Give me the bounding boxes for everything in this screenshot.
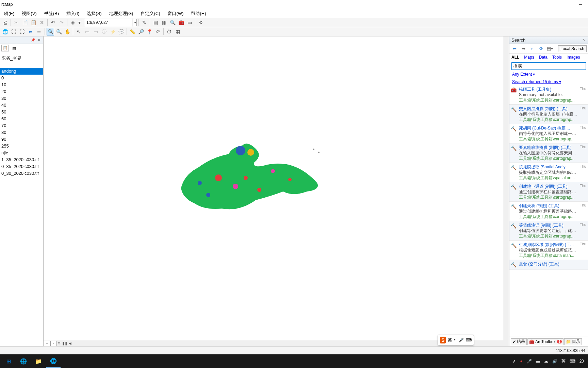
menu-customize[interactable]: 自定义(C): [137, 10, 163, 18]
find-button[interactable]: 🔎: [137, 28, 145, 35]
go-to-xy-button[interactable]: XY: [154, 28, 162, 35]
select-elements-button[interactable]: ↖: [75, 28, 82, 35]
toc-tab-source[interactable]: ▤: [10, 45, 18, 51]
redo-button[interactable]: ↷: [58, 19, 65, 26]
search-tab-data[interactable]: Data: [539, 55, 548, 60]
search-back-button[interactable]: ⬅: [511, 45, 518, 52]
legend-value-0[interactable]: 0: [0, 75, 43, 81]
legend-value-20[interactable]: 20: [0, 88, 43, 95]
search-tab-maps[interactable]: Maps: [524, 55, 534, 60]
prev-extent-button[interactable]: ⬅: [27, 28, 34, 35]
editor-toolbar-button[interactable]: ✎: [141, 19, 148, 26]
search-tab-tools[interactable]: Tools: [552, 55, 562, 60]
tray-clock[interactable]: 20: [579, 359, 584, 364]
tray-battery-icon[interactable]: ▬: [536, 359, 540, 364]
menu-view[interactable]: 视图(V): [18, 10, 40, 18]
search-tab-all[interactable]: ALL: [511, 55, 519, 60]
menu-windows[interactable]: 窗口(W): [164, 10, 187, 18]
create-viewer-button[interactable]: ▦: [174, 28, 181, 35]
print-button[interactable]: 🖨: [1, 19, 9, 26]
any-extent-dropdown[interactable]: Any Extent ▾: [509, 71, 588, 77]
find-route-button[interactable]: 📍: [146, 28, 153, 35]
add-data-button[interactable]: ◈: [69, 19, 77, 26]
python-button[interactable]: ▭: [186, 19, 193, 26]
legend-value-70[interactable]: 70: [0, 122, 43, 129]
refresh-view[interactable]: ⟳: [56, 341, 62, 346]
toc-pin-button[interactable]: 📌: [30, 37, 36, 43]
legend-value-30[interactable]: 30: [0, 95, 43, 102]
scroll-left[interactable]: ◀: [67, 341, 73, 346]
tray-volume-icon[interactable]: 🔊: [552, 359, 557, 364]
toc-tree[interactable]: 东省_省界 andong 0 10 20 30 40 50 60 70 80 9…: [0, 52, 43, 346]
catalog-button[interactable]: ▦: [160, 19, 168, 26]
search-tab-images[interactable]: Images: [567, 55, 580, 60]
ime-lang[interactable]: 英: [448, 337, 452, 343]
fixed-zoom-in-button[interactable]: ⛶: [10, 28, 17, 35]
layer-njie[interactable]: njie: [0, 150, 43, 156]
add-data-dropdown[interactable]: ▾: [78, 19, 81, 26]
search-result-item[interactable]: 🔨交叉图层掩膜 (制图) (工具)在两个符号化输入图层（"掩膜...工具箱\系统…: [509, 105, 588, 124]
search-home-button[interactable]: ⌂: [528, 45, 536, 52]
menu-geoprocessing[interactable]: 地理处理(G): [106, 10, 137, 18]
tray-chevron-icon[interactable]: ∧: [513, 359, 516, 364]
search-results-list[interactable]: 🧰掩膜工具 (工具集)Summary: not available.工具箱\系统…: [509, 85, 588, 337]
legend-value-80[interactable]: 80: [0, 129, 43, 136]
legend-value-90[interactable]: 90: [0, 136, 43, 143]
taskbar-edge[interactable]: 🌐: [16, 355, 31, 368]
paste-button[interactable]: 📋: [30, 19, 37, 26]
scale-dropdown[interactable]: ▾: [133, 19, 137, 26]
search-result-item[interactable]: 🔨要素轮廓线掩膜 (制图) (工具)在输入图层中的符号化要素周围...工具箱\系…: [509, 143, 588, 163]
search-options-button[interactable]: ▤▾: [546, 45, 554, 52]
search-result-item[interactable]: 🔨创建地下通道 (制图) (工具)通过创建桥护栏和覆盖基础路段...工具箱\系统…: [509, 182, 588, 202]
fixed-zoom-out-button[interactable]: ⛶: [18, 28, 26, 35]
search-refresh-button[interactable]: ⟳: [537, 45, 545, 52]
legend-value-50[interactable]: 50: [0, 109, 43, 116]
time-slider-button[interactable]: ⏱: [165, 28, 173, 35]
raster-3[interactable]: 0_30_2020lc030.tif: [0, 170, 43, 177]
taskbar-arcmap[interactable]: 🌐: [46, 355, 61, 368]
tray-mic-icon[interactable]: 🎤: [527, 359, 532, 364]
search-input[interactable]: [511, 62, 586, 70]
legend-value-10[interactable]: 10: [0, 81, 43, 88]
toc-tab-drawing-order[interactable]: 📋: [1, 45, 9, 51]
map-view[interactable]: ▫ ▫ ⟳ ❚❚ ◀: [44, 36, 509, 346]
tab-arctoolbox[interactable]: 🧰 ArcToolbox 1: [527, 338, 564, 345]
toc-close-button[interactable]: ✕: [36, 37, 42, 43]
raster-2[interactable]: 0_35_2020lc030.tif: [0, 163, 43, 170]
legend-value-255[interactable]: 255: [0, 143, 43, 150]
search-result-item[interactable]: 🔨等值线注记 (制图) (工具)创建等值线要素的注记。；此工...工具箱\系统工…: [509, 221, 588, 241]
tray-ime-icon[interactable]: ⌨: [570, 359, 575, 364]
arctoolbox-button[interactable]: 🧰: [177, 19, 185, 26]
pause-drawing[interactable]: ❚❚: [62, 341, 67, 346]
scale-input[interactable]: [85, 19, 132, 26]
zoom-in-button[interactable]: 🔍: [47, 28, 54, 35]
sogou-ime-icon[interactable]: S: [440, 337, 446, 343]
menu-bookmarks[interactable]: 书签(B): [41, 10, 62, 18]
layer-shandong[interactable]: andong: [0, 68, 43, 75]
legend-value-40[interactable]: 40: [0, 102, 43, 109]
pan-button[interactable]: ✋: [64, 28, 71, 35]
ime-mic-icon[interactable]: 🎤: [459, 338, 464, 342]
html-popup-button[interactable]: 💬: [117, 28, 125, 35]
search-result-item[interactable]: 🔨创建天桥 (制图) (工具)通过创建桥护栏和覆盖基础路段...工具箱\系统工具…: [509, 202, 588, 221]
table-of-contents-button[interactable]: ▤: [152, 19, 159, 26]
model-builder-button[interactable]: ⚙: [197, 19, 205, 26]
clear-selection-button[interactable]: ▭: [92, 28, 99, 35]
delete-button[interactable]: ✖: [38, 19, 46, 26]
ime-toolbar[interactable]: S 英 •, 🎤 ⌨: [438, 335, 474, 346]
menu-selection[interactable]: 选择(S): [83, 10, 105, 18]
minimize-button[interactable]: ─: [574, 1, 587, 8]
system-tray[interactable]: ∧ ● 🎤 ▬ ☁ 🔊 英 ⌨ 20: [513, 358, 587, 364]
map-vertical-scrollbar[interactable]: [503, 36, 509, 340]
search-result-item[interactable]: 🔨按掩膜提取 (Spatial Analy...提取掩膜所定义区域内的相应栅..…: [509, 163, 588, 182]
search-result-item[interactable]: 🔨死胡同 (Cul-De-Sac) 掩膜 ...由符号化的输入线图层创建一个..…: [509, 124, 588, 143]
menu-insert[interactable]: 插入(I): [63, 10, 83, 18]
local-search-button[interactable]: Local Search: [558, 45, 587, 52]
legend-value-60[interactable]: 60: [0, 116, 43, 122]
search-forward-button[interactable]: ➡: [520, 45, 527, 52]
layer-shandong-boundary[interactable]: 东省_省界: [0, 55, 43, 62]
tray-record-icon[interactable]: ●: [520, 359, 522, 364]
cut-button[interactable]: ✂: [13, 19, 20, 26]
taskbar-explorer[interactable]: 📁: [31, 355, 46, 368]
search-results-header[interactable]: Search returned 15 items ▾: [509, 77, 588, 85]
